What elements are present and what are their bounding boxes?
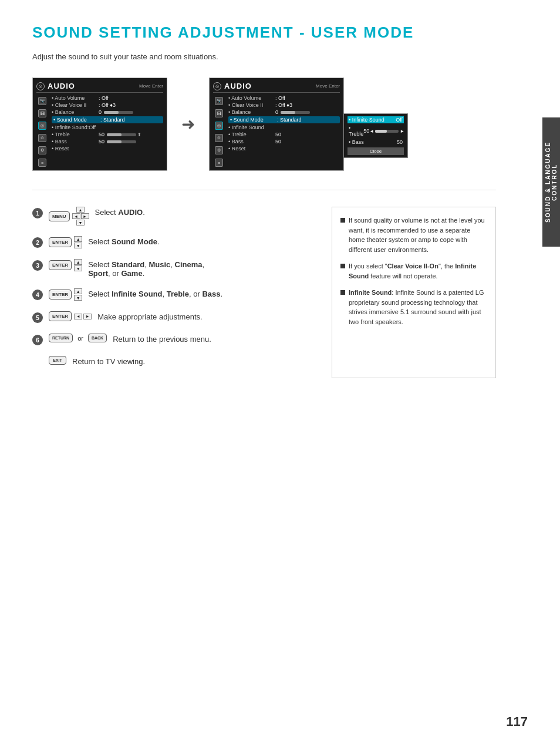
note-text-1: If sound quality or volume is not at the… [349,216,487,254]
submenu-bass: • Bass 50 [348,139,404,146]
enter-button-4[interactable]: ENTER [49,290,72,300]
submenu-popup: • Infinite Sound Off • Treble 50 ◄ ► • B… [343,113,408,158]
row2-infinite: • Infinite Sound [228,124,340,130]
step3-text: Select Standard, Music, Cinema,Sport, or… [88,259,204,278]
nav-arrows-2: ▲ ▼ [74,236,82,248]
step1-controls: MENU ▲ ◄ ► ▼ [49,207,89,226]
icon6: ≡ [38,159,46,167]
steps-row: 1 MENU ▲ ◄ ► ▼ Select AUDIO. 2 [32,207,496,378]
step-2: 2 ENTER ▲ ▼ Select Sound Mode. [32,236,314,248]
right-arrow-5[interactable]: ► [83,314,92,319]
subtitle: Adjust the sound to suit your taste and … [32,52,496,61]
row2-clear-voice: • Clear Voice II : Off ♦3 [228,102,340,108]
row-clear-voice: • Clear Voice II : Off ♦3 [52,102,163,108]
screen1-body: 📷 🎞 ◎ ⊙ ⚙ ≡ • Auto Volume : Off • Clear … [36,95,163,167]
icon5: ⚙ [38,146,46,154]
step-1: 1 MENU ▲ ◄ ► ▼ Select AUDIO. [32,207,314,226]
arrow-right: ➜ [181,115,195,134]
down-arrow-3[interactable]: ▼ [74,265,82,271]
up-arrow-2[interactable]: ▲ [74,236,82,242]
step-number-4: 4 [32,290,43,300]
row-infinite-sound: • Infinite Sound:Off [52,124,163,130]
note-1: If sound quality or volume is not at the… [340,216,487,254]
row-auto-volume: • Auto Volume : Off [52,95,163,101]
row-reset: • Reset [52,146,163,152]
audio-icon2: ◎ [213,82,221,90]
nav-arrows-3: ▲ ▼ [74,259,82,271]
step1-text: Select AUDIO. [95,207,145,217]
screen1: ◎ AUDIO Move Enter 📷 🎞 ◎ ⊙ ⚙ ≡ • Auto Vo… [32,78,167,171]
step-4: 4 ENTER ▲ ▼ Select Infinite Sound, Trebl… [32,288,314,301]
note-3: Infinite Sound: Infinite Sound is a pate… [340,288,487,327]
step-number-6: 6 [32,335,43,345]
divider [32,190,496,190]
icon2-5: ⚙ [215,146,223,154]
close-button[interactable]: Close [348,147,404,155]
up-arrow-3[interactable]: ▲ [74,259,82,265]
left-arrow-1[interactable]: ◄ [72,213,80,219]
enter-button-2[interactable]: ENTER [49,237,72,247]
down-arrow-1[interactable]: ▼ [76,220,85,226]
or-text: or [77,335,83,342]
screen1-header: ◎ AUDIO Move Enter [36,82,163,93]
icon2-1: 📷 [215,97,223,105]
submenu-treble: • Treble 50 ◄ ► [348,124,404,137]
menu-button[interactable]: MENU [49,211,70,221]
step-number-3: 3 [32,260,43,271]
up-arrow-4[interactable]: ▲ [74,288,82,294]
audio-icon: ◎ [36,82,45,90]
screen2-menu-content: • Auto Volume : Off • Clear Voice II : O… [225,95,340,167]
row2-balance: • Balance 0 [228,109,340,115]
steps-left: 1 MENU ▲ ◄ ► ▼ Select AUDIO. 2 [32,207,314,378]
enter-button-3[interactable]: ENTER [49,260,72,270]
screen1-menu-content: • Auto Volume : Off • Clear Voice II : O… [48,95,163,167]
icon2: 🎞 [38,109,46,117]
icon4: ⊙ [38,134,46,142]
step7-text: Return to TV viewing. [72,356,145,366]
note-text-2: If you select "Clear Voice II-On", the I… [349,261,487,281]
nav-arrows-1: ▲ ◄ ► ▼ [72,207,89,226]
screen1-title: AUDIO [48,82,75,90]
screen2-header: ◎ AUDIO Move Enter [213,82,340,93]
down-arrow-2[interactable]: ▼ [74,243,82,248]
step-7: EXIT Return to TV viewing. [32,356,314,368]
row-sound-mode: • Sound Mode : Standard [52,116,163,123]
row2-auto-volume: • Auto Volume : Off [228,95,340,101]
screens-row: ◎ AUDIO Move Enter 📷 🎞 ◎ ⊙ ⚙ ≡ • Auto Vo… [32,78,496,171]
row2-treble: • Treble 50 [228,132,340,137]
page-number: 117 [506,714,528,729]
exit-button[interactable]: EXIT [49,356,66,365]
submenu-infinite: • Infinite Sound Off [348,116,404,123]
step6-controls: RETURN or BACK [49,334,107,342]
return-button[interactable]: RETURN [49,334,73,342]
icon2-6: ≡ [215,159,223,167]
step6-text: Return to the previous menu. [113,334,211,344]
row-bass: • Bass 50 [52,139,163,144]
screen2-nav: Move Enter [316,83,340,89]
step4-text: Select Infinite Sound, Treble, or Bass. [88,288,222,298]
icon3-active: ◎ [38,122,46,130]
sidebar-icons: 📷 🎞 ◎ ⊙ ⚙ ≡ [36,95,48,167]
step2-text: Select Sound Mode. [88,236,159,246]
icon2-2: 🎞 [215,109,223,117]
page-title: SOUND SETTING ADJUSTMENT - USER MODE [32,23,496,42]
back-button[interactable]: BACK [88,334,107,342]
icon2-3: ◎ [215,122,223,130]
enter-button-5[interactable]: ENTER [49,311,72,321]
screen2: ◎ AUDIO Move Enter 📷 🎞 ◎ ⊙ ⚙ ≡ • Auto Vo… [209,78,344,171]
row2-sound-mode: • Sound Mode : Standard [228,116,340,123]
row2-reset: • Reset [228,146,340,152]
screen2-title: AUDIO [224,82,252,90]
screen2-body: 📷 🎞 ◎ ⊙ ⚙ ≡ • Auto Volume : Off • Clear … [213,95,340,167]
down-arrow-4[interactable]: ▼ [74,295,82,301]
step-5: 5 ENTER ◄ ► Make appropriate adjustments… [32,311,314,323]
left-arrow-5[interactable]: ◄ [74,314,82,319]
right-arrow-1[interactable]: ► [81,213,89,219]
up-arrow-1[interactable]: ▲ [76,207,85,213]
step5-controls: ENTER ◄ ► [49,311,92,321]
row2-bass: • Bass 50 [228,139,340,144]
step-number-5: 5 [32,312,43,323]
note-bullet-1 [340,218,345,223]
sidebar-label: SOUND & LANGUAGE CONTROL [542,117,560,247]
note-2: If you select "Clear Voice II-On", the I… [340,261,487,281]
